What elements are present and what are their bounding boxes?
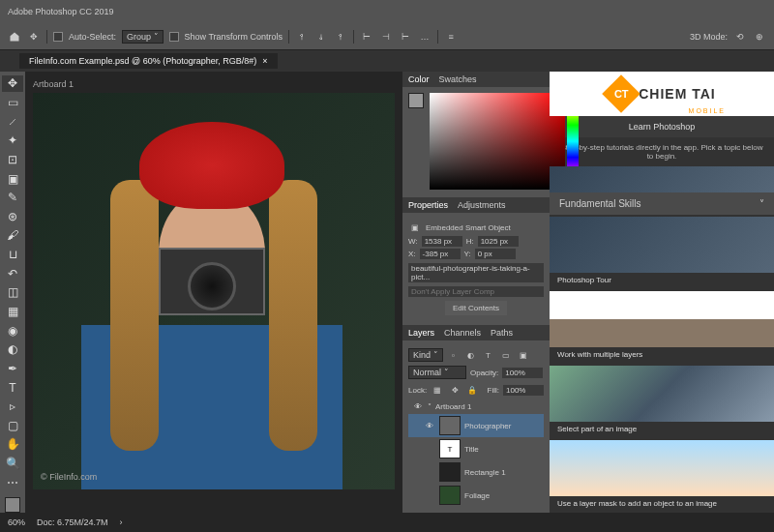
move-tool[interactable]: ✥ — [2, 75, 23, 92]
dodge-tool[interactable]: ◐ — [2, 341, 23, 358]
filter-shape-icon[interactable]: ▭ — [499, 348, 513, 362]
canvas-image[interactable]: © FileInfo.com — [33, 93, 395, 489]
layer-foliage[interactable]: Foliage — [408, 484, 544, 507]
document-tabs: FileInfo.com Example.psd @ 60% (Photogra… — [0, 50, 774, 72]
app-title: Adobe Photoshop CC 2019 — [8, 7, 114, 16]
brush-tool[interactable]: 🖌 — [2, 227, 23, 244]
blur-tool[interactable]: ◉ — [2, 322, 23, 339]
height-input[interactable]: 1025 px — [478, 236, 519, 247]
align-middle-icon[interactable]: ⫰ — [314, 30, 328, 44]
x-input[interactable]: -385 px — [420, 249, 461, 259]
document-tab[interactable]: FileInfo.com Example.psd @ 60% (Photogra… — [19, 53, 278, 69]
eraser-tool[interactable]: ◫ — [2, 284, 23, 301]
fg-swatch[interactable] — [408, 93, 424, 108]
chevron-right-icon[interactable]: › — [120, 517, 123, 527]
filter-smart-icon[interactable]: ▣ — [517, 348, 530, 362]
separator — [288, 30, 289, 44]
visibility-icon[interactable] — [424, 489, 435, 501]
card-image — [550, 366, 774, 422]
foreground-color[interactable] — [5, 497, 20, 513]
paths-tab[interactable]: Paths — [491, 328, 513, 338]
history-brush-tool[interactable]: ↶ — [2, 265, 23, 281]
visibility-icon[interactable] — [424, 466, 435, 478]
edit-contents-button[interactable]: Edit Contents — [445, 301, 507, 315]
color-field[interactable] — [430, 93, 565, 190]
eyedropper-tool[interactable]: ✎ — [2, 190, 23, 206]
section-header[interactable]: Fundamental Skills ˅ — [550, 192, 774, 215]
layers-panel: Kind ˅ ▫ ◐ T ▭ ▣ Normal ˅ Opacity: 100% … — [402, 340, 550, 513]
kind-filter[interactable]: Kind ˅ — [408, 348, 443, 362]
lasso-tool[interactable]: ⟋ — [2, 113, 23, 130]
opacity-label: Opacity: — [470, 369, 498, 377]
lock-position-icon[interactable]: ✥ — [448, 383, 461, 397]
frame-tool[interactable]: ▣ — [2, 170, 23, 187]
layer-photographer[interactable]: 👁 Photographer — [408, 414, 544, 437]
layer-comp-dropdown[interactable]: Don't Apply Layer Comp — [408, 286, 544, 297]
properties-tab[interactable]: Properties — [408, 200, 448, 210]
edit-toolbar[interactable]: ⋯ — [2, 474, 23, 490]
layers-tab[interactable]: Layers — [408, 328, 434, 338]
filter-type-icon[interactable]: T — [482, 348, 495, 362]
filter-adjust-icon[interactable]: ◐ — [464, 348, 478, 362]
filter-pixel-icon[interactable]: ▫ — [447, 348, 461, 362]
align-bottom-icon[interactable]: ⫯ — [334, 30, 347, 44]
pan-icon[interactable]: ⊕ — [753, 30, 766, 44]
tutorial-card[interactable]: Work with multiple layers — [550, 291, 774, 362]
lock-all-icon[interactable]: ▦ — [431, 383, 444, 397]
width-input[interactable]: 1538 px — [422, 236, 462, 247]
layer-artboard[interactable]: 👁 ˅ Artboard 1 — [408, 399, 544, 414]
auto-select-dropdown[interactable]: Group ˅ — [122, 30, 164, 44]
visibility-icon[interactable]: 👁 — [424, 420, 435, 431]
layer-name: Photographer — [464, 422, 511, 430]
zoom-level[interactable]: 60% — [8, 517, 25, 527]
swatches-tab[interactable]: Swatches — [439, 74, 477, 84]
align-left-icon[interactable]: ⊢ — [360, 30, 373, 44]
auto-select-checkbox[interactable] — [53, 32, 63, 42]
close-tab-icon[interactable]: × — [262, 56, 267, 66]
adjustments-tab[interactable]: Adjustments — [458, 200, 506, 210]
home-icon[interactable] — [8, 30, 21, 44]
hand-tool[interactable]: ✋ — [2, 436, 23, 453]
learn-panel: CT CHIEM TAI MOBILE Learn Photoshop Step… — [550, 72, 774, 513]
channels-tab[interactable]: Channels — [444, 328, 481, 338]
align-right-icon[interactable]: ⊢ — [399, 30, 412, 44]
magic-wand-tool[interactable]: ✦ — [2, 133, 23, 149]
gradient-tool[interactable]: ▦ — [2, 304, 23, 320]
distribute-icon[interactable]: ≡ — [444, 30, 458, 44]
tutorial-card[interactable]: Use a layer mask to add an object to an … — [550, 440, 774, 511]
y-input[interactable]: 0 px — [475, 249, 516, 259]
align-center-icon[interactable]: ⊣ — [379, 30, 393, 44]
opacity-input[interactable]: 100% — [502, 368, 543, 378]
type-tool[interactable]: T — [2, 379, 23, 396]
orbit-icon[interactable]: ⟲ — [733, 30, 747, 44]
options-bar: ✥ Auto-Select: Group ˅ Show Transform Co… — [0, 23, 774, 50]
marquee-tool[interactable]: ▭ — [2, 95, 23, 111]
learn-banner — [550, 166, 774, 192]
card-title: Photoshop Tour — [550, 273, 774, 287]
show-transform-checkbox[interactable] — [169, 32, 179, 42]
more-icon[interactable]: … — [418, 30, 432, 44]
color-tab[interactable]: Color — [408, 74, 430, 84]
layer-rectangle[interactable]: Rectangle 1 — [408, 460, 544, 484]
expand-icon[interactable]: ˅ — [428, 402, 432, 411]
visibility-icon[interactable]: 👁 — [412, 400, 424, 412]
brand-logo: CT CHIEM TAI MOBILE — [550, 72, 774, 116]
visibility-icon[interactable] — [424, 443, 435, 455]
lock-icon[interactable]: 🔒 — [465, 383, 479, 397]
stamp-tool[interactable]: ⊔ — [2, 247, 23, 263]
move-tool-icon[interactable]: ✥ — [27, 30, 41, 44]
blend-mode[interactable]: Normal ˅ — [408, 366, 466, 379]
crop-tool[interactable]: ⊡ — [2, 152, 23, 168]
tutorial-card[interactable]: Select part of an image — [550, 366, 774, 436]
layer-thumbnail — [439, 486, 461, 505]
canvas-area[interactable]: Artboard 1 © FileInfo.com — [25, 72, 402, 513]
tutorial-card[interactable]: Photoshop Tour — [550, 217, 774, 287]
pen-tool[interactable]: ✒ — [2, 361, 23, 377]
path-tool[interactable]: ▹ — [2, 399, 23, 415]
align-top-icon[interactable]: ⫯ — [295, 30, 309, 44]
zoom-tool[interactable]: 🔍 — [2, 456, 23, 472]
layer-title[interactable]: T Title — [408, 437, 544, 460]
shape-tool[interactable]: ▢ — [2, 418, 23, 434]
fill-input[interactable]: 100% — [503, 385, 544, 396]
healing-tool[interactable]: ⊛ — [2, 208, 23, 224]
